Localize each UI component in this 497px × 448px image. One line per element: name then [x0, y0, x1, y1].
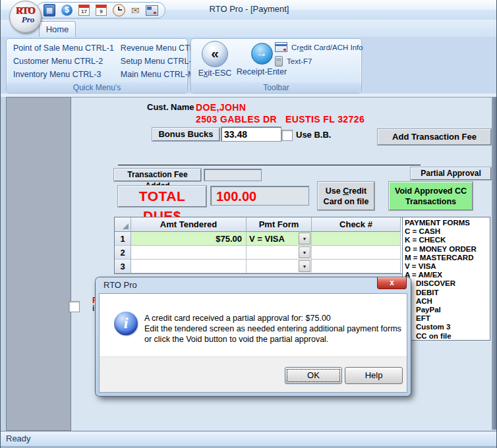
- credit-card-ach-info-label: Credit Card/ACH Info: [291, 43, 363, 51]
- calendar-9-icon[interactable]: 9: [96, 5, 107, 16]
- menu-customer[interactable]: Customer Menu CTRL-2: [13, 57, 114, 66]
- pmt-form-dropdown[interactable]: ▼: [299, 246, 310, 258]
- tab-home[interactable]: Home: [39, 21, 76, 38]
- customer-name-label: Cust. Name: [147, 102, 194, 112]
- check-number-cell[interactable]: [312, 260, 401, 273]
- customer-name-value: DOE,JOHN: [196, 102, 246, 113]
- quick-access-toolbar: ▦ $ 17 9 ✉: [36, 2, 165, 18]
- transaction-fee-added-label: Transaction Fee Added: [114, 169, 201, 181]
- row-number: 1: [115, 232, 131, 246]
- credit-card-icon: [275, 42, 287, 52]
- divider-line: [118, 165, 421, 165]
- toolbar-group-label: Toolbar: [191, 82, 361, 93]
- use-bb-checkbox[interactable]: [281, 130, 293, 141]
- legend-item: A = AM/EX: [405, 271, 490, 279]
- amt-tendered-cell[interactable]: $75.00: [131, 232, 247, 246]
- calendar-17-icon[interactable]: 17: [78, 5, 90, 16]
- check-number-cell[interactable]: [312, 246, 401, 260]
- amt-tendered-cell[interactable]: [131, 260, 247, 273]
- cash-register-icon[interactable]: [146, 5, 158, 16]
- use-credit-card-on-file-button[interactable]: Use Credit Card on file: [318, 182, 374, 210]
- left-option-checkbox[interactable]: [69, 301, 80, 312]
- exit-label: Exit-ESC: [194, 69, 236, 78]
- dialog-message-line: Edit the tendered screen as needed enter…: [144, 324, 401, 333]
- customer-address-value: 2503 GABLES DR EUSTIS FL 32726: [196, 114, 365, 125]
- close-icon[interactable]: x: [377, 277, 407, 289]
- credit-card-ach-info-button[interactable]: Credit Card/ACH Info: [275, 42, 363, 52]
- header-check-number: Check #: [312, 217, 401, 232]
- legend-item: O = MONEY ORDER: [405, 245, 490, 254]
- legend-item: C = CASH: [405, 227, 490, 236]
- void-approved-cc-button[interactable]: Void Approved CCTransactions: [389, 182, 473, 210]
- header-amt-tendered: Amt Tendered: [131, 217, 247, 232]
- legend-item: CC on file: [405, 332, 490, 341]
- legend-item: ACH: [405, 297, 490, 306]
- right-edge-strip: [492, 97, 497, 430]
- help-button[interactable]: Help: [345, 367, 403, 384]
- amt-tendered-cell[interactable]: [131, 246, 247, 260]
- toolbar-group: « Exit-ESC → Receipt-Enter Credit Card/A…: [190, 38, 362, 94]
- add-transaction-fee-button[interactable]: Add Transaction Fee: [378, 129, 491, 145]
- menu-inventory[interactable]: Inventory Menu CTRL-3: [13, 70, 114, 79]
- legend-item: EFT: [405, 314, 490, 323]
- text-f7-button[interactable]: Text-F7: [275, 56, 312, 67]
- receipt-label: Receipt-Enter: [235, 67, 289, 76]
- currency-icon[interactable]: $: [61, 5, 73, 16]
- message-dialog: RTO Pro x i A credit card received a par…: [96, 277, 411, 396]
- exit-button[interactable]: « Exit-ESC: [194, 41, 236, 78]
- use-bb-label: Use B.B.: [296, 130, 331, 140]
- calculator-icon[interactable]: ▦: [44, 4, 55, 16]
- logo-text-pro: Pro: [15, 15, 41, 24]
- dialog-title: RTO Pro: [103, 280, 137, 290]
- quick-menus-group: Point of Sale Menu CTRL-1 Customer Menu …: [6, 38, 188, 94]
- table-row: 1 $75.00 V = VISA ▼: [115, 232, 402, 246]
- status-bar: Ready: [1, 431, 497, 446]
- quick-menus-group-label: Quick Menu's: [7, 82, 187, 93]
- pmt-form-dropdown[interactable]: ▼: [299, 260, 310, 272]
- legend-item: PayPal: [405, 306, 490, 314]
- total-due-value: 100.00: [210, 186, 309, 206]
- legend-item: Custom 3: [405, 323, 490, 331]
- dialog-message-line: or click the Void button to void the par…: [144, 335, 328, 344]
- status-text: Ready: [6, 434, 31, 443]
- pmt-form-cell[interactable]: V = VISA ▼: [247, 232, 312, 246]
- legend-item: M = MASTERCARD: [405, 254, 490, 262]
- left-option-label-fragment-2: i: [92, 304, 94, 313]
- ok-button[interactable]: OK: [285, 367, 342, 384]
- phone-icon: [275, 56, 283, 67]
- exit-icon: «: [202, 41, 228, 67]
- clock-icon[interactable]: [113, 4, 125, 16]
- partial-approval-label: Partial Approval: [411, 167, 491, 180]
- dialog-message-line: A credit card received a partial approva…: [144, 314, 331, 323]
- menu-point-of-sale[interactable]: Point of Sale Menu CTRL-1: [13, 43, 114, 53]
- bonus-bucks-label: Bonus Bucks: [152, 128, 219, 141]
- total-due-label: TOTAL DUE$: [118, 186, 206, 207]
- bonus-bucks-input[interactable]: [221, 126, 281, 142]
- transaction-fee-field: [204, 169, 262, 181]
- legend-item: DEBIT: [405, 289, 490, 297]
- pmt-form-cell[interactable]: ▼: [247, 246, 312, 260]
- check-number-cell[interactable]: [312, 232, 401, 246]
- pmt-form-dropdown[interactable]: ▼: [299, 233, 310, 244]
- pmt-form-cell[interactable]: ▼: [247, 260, 312, 273]
- tender-grid: Amt Tendered Pmt Form Check # 1 $75.00 V…: [114, 217, 403, 274]
- row-number: 2: [115, 246, 131, 260]
- tender-grid-header: Amt Tendered Pmt Form Check #: [115, 217, 402, 232]
- legend-item: V = VISA: [405, 262, 490, 271]
- legend-title: PAYMENT FORMS: [405, 219, 490, 227]
- text-f7-label: Text-F7: [287, 57, 312, 65]
- app-window: RTO Pro - [Payment] RTO Pro ▦ $ 17 9 ✉ H…: [0, 0, 497, 448]
- legend-item: K = CHECK: [405, 236, 490, 244]
- row-number: 3: [115, 260, 131, 273]
- mail-icon[interactable]: ✉: [131, 5, 140, 15]
- table-row: 3 ▼: [115, 260, 402, 273]
- grid-corner-cell[interactable]: [115, 217, 131, 232]
- legend-item: DISCOVER: [405, 279, 490, 288]
- dialog-body: i A credit card received a partial appro…: [99, 293, 407, 393]
- table-row: 2 ▼: [115, 246, 402, 260]
- app-logo-button[interactable]: RTO Pro: [9, 1, 42, 33]
- left-panel: [6, 97, 71, 431]
- receipt-icon: →: [251, 43, 273, 65]
- payment-forms-legend: PAYMENT FORMS C = CASH K = CHECK O = MON…: [402, 217, 490, 341]
- header-pmt-form: Pmt Form: [247, 217, 312, 232]
